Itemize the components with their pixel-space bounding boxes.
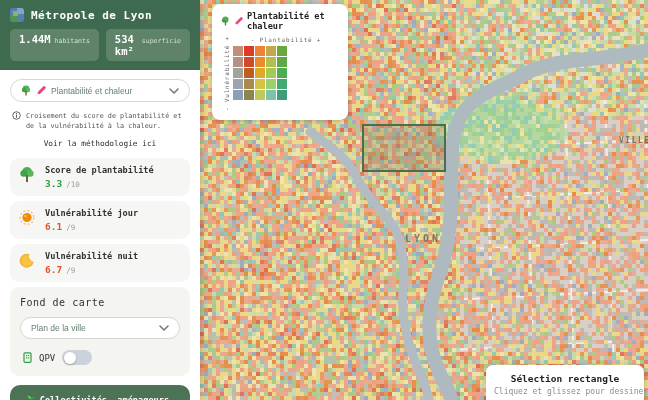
metric-max: /10 <box>66 180 80 189</box>
seedling-icon <box>26 394 37 400</box>
basemap-select-value: Plan de la ville <box>31 323 154 333</box>
qpv-label: QPV <box>39 353 55 363</box>
metric-label: Vulnérabilité jour <box>45 208 181 218</box>
metric-value: 3.3 <box>45 178 62 189</box>
stat-habitants-value: 1.44M <box>19 33 51 45</box>
app-root: Métropole de Lyon 1.44M habitants 534 km… <box>0 0 648 400</box>
metric-label: Vulnérabilité nuit <box>45 251 181 261</box>
layer-select[interactable]: Plantabilité et chaleur <box>10 79 190 102</box>
sidebar: Métropole de Lyon 1.44M habitants 534 km… <box>0 0 200 400</box>
metric-vulnerability-day: Vulnérabilité jour 6.1/9 <box>10 201 190 239</box>
methodology-link[interactable]: Voir la méthodologie ici <box>10 139 190 148</box>
building-icon <box>23 352 32 363</box>
map-area: LYON VILLEURBANNE Plantabilité et cha <box>200 0 648 400</box>
moon-icon <box>19 251 45 275</box>
stat-habitants-label: habitants <box>55 37 90 45</box>
selection-tooltip: Sélection rectangle Cliquez et glissez p… <box>486 365 644 400</box>
basemap-title: Fond de carte <box>20 297 180 308</box>
legend-card: Plantabilité et chaleur - Vulnérabilité … <box>212 4 348 120</box>
stat-superficie-value: 534 km² <box>115 33 138 57</box>
bivariate-matrix <box>233 46 339 100</box>
tree-icon <box>21 85 31 96</box>
sun-icon <box>19 208 45 232</box>
pen-icon <box>36 86 46 96</box>
basemap-select[interactable]: Plan de la ville <box>20 317 180 339</box>
metric-value: 6.7 <box>45 264 62 275</box>
app-logo-icon <box>10 8 24 22</box>
selection-tooltip-title: Sélection rectangle <box>494 373 636 384</box>
stat-superficie: 534 km² superficie <box>106 29 190 61</box>
chevron-down-icon <box>159 325 169 331</box>
cta-title: Collectivités, aménageurs, urbanistes <box>18 394 182 400</box>
metric-plantability: Score de plantabilité 3.3/10 <box>10 158 190 196</box>
chevron-down-icon <box>169 88 179 94</box>
selection-tooltip-subtitle: Cliquez et glissez pour dessiner. <box>494 387 636 396</box>
legend-y-axis: - Vulnérabilité + <box>223 36 230 111</box>
metric-max: /9 <box>66 266 75 275</box>
metric-value: 6.1 <box>45 221 62 232</box>
legend-title: Plantabilité et chaleur <box>247 11 339 31</box>
legend-x-axis: - Plantabilité + <box>233 36 339 43</box>
app-title: Métropole de Lyon <box>31 9 152 22</box>
basemap-section: Fond de carte Plan de la ville <box>10 287 190 376</box>
layer-info: Croisement du score de plantabilité et d… <box>10 111 190 131</box>
metric-vulnerability-night: Vulnérabilité nuit 6.7/9 <box>10 244 190 282</box>
pen-icon <box>234 17 243 26</box>
stat-habitants: 1.44M habitants <box>10 29 99 61</box>
tree-icon <box>221 16 230 26</box>
layer-info-text: Croisement du score de plantabilité et d… <box>26 111 188 131</box>
stat-superficie-label: superficie <box>142 37 181 45</box>
app-header: Métropole de Lyon 1.44M habitants 534 km… <box>0 0 200 70</box>
layer-select-value: Plantabilité et chaleur <box>51 86 164 96</box>
metric-label: Score de plantabilité <box>45 165 181 175</box>
metric-max: /9 <box>66 223 75 232</box>
selection-rectangle[interactable] <box>362 124 446 172</box>
cta-card: Collectivités, aménageurs, urbanistes De… <box>10 385 190 400</box>
tree-icon <box>19 165 45 189</box>
info-icon <box>12 111 21 131</box>
qpv-toggle[interactable] <box>62 350 92 365</box>
